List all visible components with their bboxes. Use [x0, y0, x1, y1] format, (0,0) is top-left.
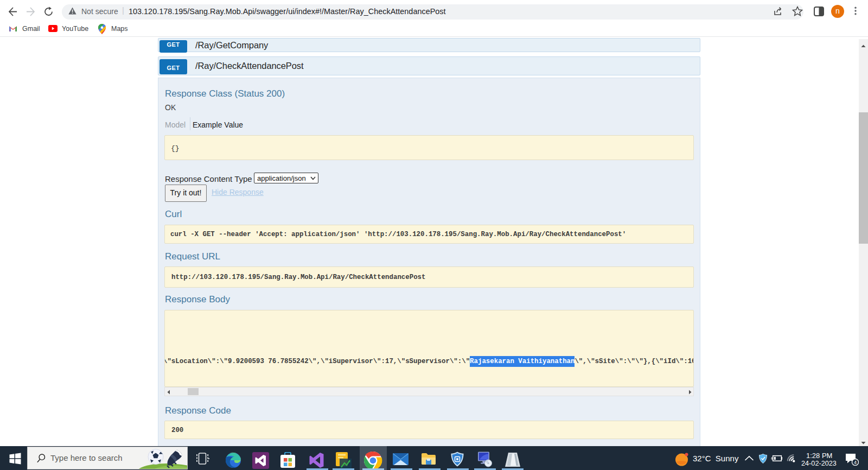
svg-text:4: 4 [854, 460, 857, 465]
